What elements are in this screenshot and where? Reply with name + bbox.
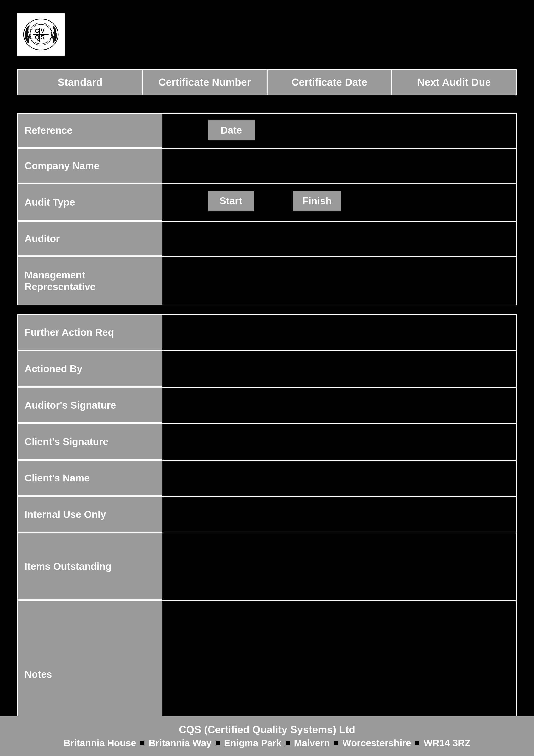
client-name-label: Client's Name bbox=[18, 461, 163, 496]
company-name-label: Company Name bbox=[18, 149, 163, 183]
client-name-row: Client's Name bbox=[18, 461, 516, 497]
footer-bullet-5 bbox=[415, 741, 419, 745]
mgmt-rep-row: Management Representative bbox=[18, 257, 516, 305]
items-outstanding-value[interactable] bbox=[163, 533, 516, 600]
footer-address-part-2: Britannia Way bbox=[149, 738, 212, 748]
footer-address: Britannia House Britannia Way Enigma Par… bbox=[17, 738, 517, 748]
mgmt-rep-value[interactable] bbox=[163, 257, 516, 305]
actioned-by-row: Actioned By bbox=[18, 351, 516, 388]
audit-type-value[interactable]: Start Finish bbox=[163, 184, 516, 221]
client-sig-label: Client's Signature bbox=[18, 424, 163, 460]
footer-bullet-2 bbox=[216, 741, 220, 745]
footer-company-name: CQS (Certified Quality Systems) Ltd bbox=[17, 724, 517, 736]
audit-type-row: Audit Type Start Finish bbox=[18, 184, 516, 222]
footer-address-part-1: Britannia House bbox=[64, 738, 136, 748]
reference-value[interactable]: Date bbox=[163, 114, 516, 148]
group1: Reference Date Company Name Audit Type S… bbox=[17, 113, 517, 305]
reference-row: Reference Date bbox=[18, 114, 516, 149]
items-outstanding-label: Items Outstanding bbox=[18, 533, 163, 600]
footer-bullet-4 bbox=[334, 741, 338, 745]
footer: CQS (Certified Quality Systems) Ltd Brit… bbox=[0, 716, 534, 756]
footer-address-part-5: Worcestershire bbox=[342, 738, 411, 748]
company-name-value[interactable] bbox=[163, 149, 516, 183]
further-action-row: Further Action Req bbox=[18, 315, 516, 351]
further-action-label: Further Action Req bbox=[18, 315, 163, 350]
internal-use-label: Internal Use Only bbox=[18, 497, 163, 532]
auditor-sig-row: Auditor's Signature bbox=[18, 388, 516, 424]
audit-type-label: Audit Type bbox=[18, 184, 163, 221]
logo-area: C V Q S bbox=[17, 13, 517, 56]
actioned-by-value[interactable] bbox=[163, 351, 516, 387]
client-sig-value[interactable] bbox=[163, 424, 516, 460]
company-name-row: Company Name bbox=[18, 149, 516, 184]
header-standard: Standard bbox=[18, 69, 142, 95]
footer-bullet-1 bbox=[140, 741, 144, 745]
internal-use-value[interactable] bbox=[163, 497, 516, 532]
start-tag: Start bbox=[208, 191, 254, 211]
logo-inner: C V Q S bbox=[21, 17, 60, 52]
svg-text:V: V bbox=[40, 27, 45, 34]
auditor-sig-label: Auditor's Signature bbox=[18, 388, 163, 423]
auditor-value[interactable] bbox=[163, 222, 516, 256]
finish-tag: Finish bbox=[293, 191, 341, 211]
auditor-label: Auditor bbox=[18, 222, 163, 256]
footer-address-part-4: Malvern bbox=[294, 738, 330, 748]
page: C V Q S Standard Certificate Numbe bbox=[0, 0, 534, 756]
header-cert-number: Certificate Number bbox=[142, 69, 267, 95]
auditor-sig-value[interactable] bbox=[163, 388, 516, 423]
group2: Further Action Req Actioned By Auditor's… bbox=[17, 314, 517, 748]
client-sig-row: Client's Signature bbox=[18, 424, 516, 461]
header-cert-date: Certificate Date bbox=[267, 69, 392, 95]
svg-text:S: S bbox=[40, 34, 45, 40]
auditor-row: Auditor bbox=[18, 222, 516, 257]
footer-address-part-6: WR14 3RZ bbox=[423, 738, 470, 748]
client-name-value[interactable] bbox=[163, 461, 516, 496]
header-next-audit: Next Audit Due bbox=[392, 69, 516, 95]
footer-bullet-3 bbox=[286, 741, 290, 745]
svg-text:Q: Q bbox=[35, 34, 39, 40]
svg-text:C: C bbox=[35, 27, 39, 34]
footer-address-part-3: Enigma Park bbox=[224, 738, 282, 748]
items-outstanding-row: Items Outstanding bbox=[18, 533, 516, 601]
date-tag: Date bbox=[208, 120, 255, 140]
actioned-by-label: Actioned By bbox=[18, 351, 163, 387]
mgmt-rep-label: Management Representative bbox=[18, 257, 163, 305]
logo-box: C V Q S bbox=[17, 13, 64, 56]
reference-label: Reference bbox=[18, 114, 163, 148]
logo-svg: C V Q S bbox=[21, 17, 60, 52]
internal-use-row: Internal Use Only bbox=[18, 497, 516, 533]
header-table: Standard Certificate Number Certificate … bbox=[17, 69, 517, 95]
further-action-value[interactable] bbox=[163, 315, 516, 350]
